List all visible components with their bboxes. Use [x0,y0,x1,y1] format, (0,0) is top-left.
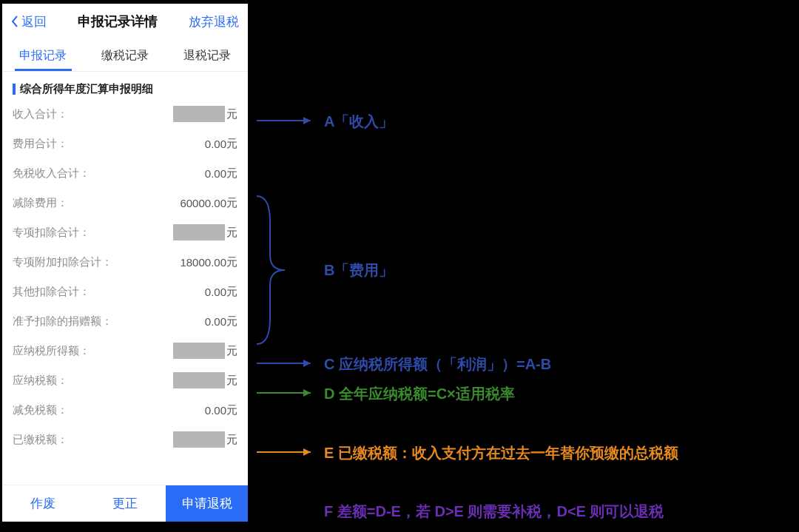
value-unit: 元 [226,255,237,269]
correct-button[interactable]: 更正 [84,485,166,522]
value-number: 0.00 [205,286,226,298]
redacted-value [173,106,225,122]
section-title: 综合所得年度汇算申报明细 [20,82,153,96]
annotation-b: B「费用」 [324,260,394,280]
redacted-value [173,431,225,448]
row-value: 元 [173,372,237,388]
tab-payment[interactable]: 缴税记录 [84,39,166,71]
row-value: 元 [173,343,237,359]
record-tabs: 申报记录 缴税记录 退税记录 [2,39,248,72]
row-label: 应纳税额： [13,374,68,388]
row-label: 已缴税额： [13,433,68,447]
redacted-value [173,372,225,388]
value-unit: 元 [226,226,237,240]
back-label: 返回 [21,13,47,30]
row-label: 准予扣除的捐赠额： [13,314,112,329]
detail-row: 减除费用：60000.00元 [2,188,248,218]
back-button[interactable]: 返回 [11,13,47,30]
annotation-a: A「收入」 [324,112,394,132]
chevron-left-icon [11,15,18,28]
section-header: 综合所得年度汇算申报明细 [2,72,248,99]
annotation-d: D 全年应纳税额=C×适用税率 [324,384,515,404]
value-unit: 元 [226,137,237,151]
row-value: 元 [173,431,237,448]
row-label: 其他扣除合计： [13,285,90,299]
row-value: 0.00元 [205,403,237,417]
value-unit: 元 [226,314,237,329]
row-value: 0.00元 [205,166,237,181]
nav-bar: 返回 申报记录详情 放弃退税 [2,4,248,39]
value-unit: 元 [226,374,237,388]
annotation-c: C 应纳税所得额（「利润」）=A-B [324,354,551,374]
tab-refund[interactable]: 退税记录 [166,39,248,71]
detail-row: 应纳税额：元 [2,366,248,395]
declaration-details-screen: 返回 申报记录详情 放弃退税 申报记录 缴税记录 退税记录 综合所得年度汇算申报… [2,4,248,522]
row-value: 元 [173,224,237,240]
value-number: 0.00 [205,404,226,417]
redacted-value [173,224,225,240]
detail-row: 费用合计：0.00元 [2,129,248,158]
value-number: 0.00 [205,315,226,328]
value-number: 0.00 [205,138,226,150]
row-label: 专项附加扣除合计： [13,255,112,269]
annotation-f: F 差额=D-E，若 D>E 则需要补税，D<E 则可以退税 [324,502,664,522]
row-label: 收入合计： [13,107,68,121]
row-value: 0.00元 [205,314,237,329]
void-button[interactable]: 作废 [2,485,84,522]
row-label: 专项扣除合计： [13,226,90,240]
row-value: 60000.00元 [180,196,237,210]
detail-row: 应纳税所得额：元 [2,336,248,366]
detail-row: 其他扣除合计：0.00元 [2,277,248,306]
row-label: 减免税额： [13,403,68,417]
value-unit: 元 [226,166,237,181]
value-unit: 元 [226,196,237,210]
value-number: 0.00 [205,167,226,180]
page-title: 申报记录详情 [78,13,158,30]
value-unit: 元 [226,433,237,447]
footer-actions: 作废 更正 申请退税 [2,485,248,522]
svg-marker-5 [303,389,311,397]
row-label: 费用合计： [13,137,68,151]
row-label: 应纳税所得额： [13,344,90,358]
detail-row: 免税收入合计：0.00元 [2,158,248,188]
apply-refund-button[interactable]: 申请退税 [166,485,248,522]
redacted-value [173,343,225,359]
value-unit: 元 [226,107,237,121]
detail-row: 专项扣除合计：元 [2,218,248,247]
tab-declaration[interactable]: 申报记录 [2,39,84,71]
detail-row: 收入合计：元 [2,99,248,129]
detail-row: 专项附加扣除合计：18000.00元 [2,247,248,277]
abandon-refund-link[interactable]: 放弃退税 [189,13,239,30]
value-number: 18000.00 [180,256,226,269]
annotation-e: E 已缴税额：收入支付方在过去一年替你预缴的总税额 [324,443,678,463]
section-indicator [13,84,16,95]
detail-list: 收入合计：元费用合计：0.00元免税收入合计：0.00元减除费用：60000.0… [2,99,248,454]
row-value: 18000.00元 [180,255,237,269]
value-unit: 元 [226,285,237,299]
svg-marker-1 [303,117,311,124]
value-unit: 元 [226,344,237,358]
svg-marker-7 [303,448,311,456]
value-number: 60000.00 [180,197,226,209]
row-value: 0.00元 [205,285,237,299]
svg-marker-3 [303,360,311,367]
value-unit: 元 [226,403,237,417]
detail-row: 准予扣除的捐赠额：0.00元 [2,306,248,336]
row-label: 减除费用： [13,196,68,210]
row-label: 免税收入合计： [13,166,90,181]
row-value: 0.00元 [205,137,237,151]
detail-row: 减免税额：0.00元 [2,395,248,425]
detail-row: 已缴税额：元 [2,425,248,454]
row-value: 元 [173,106,237,122]
